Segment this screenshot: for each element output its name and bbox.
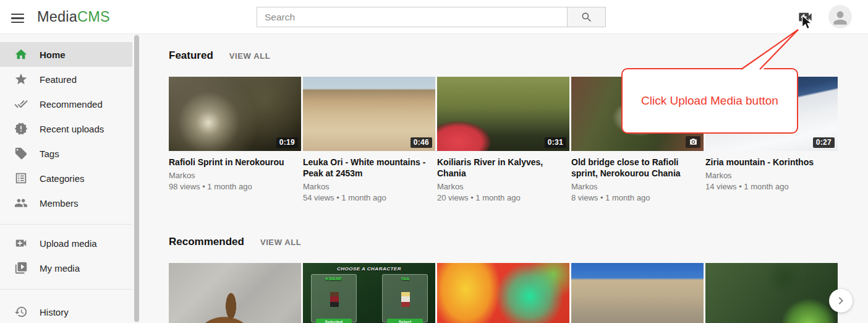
- sidebar-scrollbar-thumb[interactable]: [134, 35, 139, 322]
- section-header: Featured VIEW ALL: [169, 34, 868, 62]
- menu-button[interactable]: [10, 10, 25, 25]
- annotation-tooltip: Click Upload Media button: [621, 68, 798, 134]
- photo-camera-icon: [689, 138, 697, 146]
- chevron-right-icon: [833, 293, 848, 308]
- video-thumbnail[interactable]: CHOOSE A CHARACTER KWAME YAA Selected Se…: [303, 263, 435, 323]
- new-releases-icon: [14, 121, 28, 136]
- media-card: [169, 263, 301, 323]
- sidebar-item-label: History: [40, 307, 69, 317]
- sidebar: Home Featured Recommended Recent uploads…: [0, 34, 140, 323]
- media-title[interactable]: Koiliaris River in Kalyves, Chania: [437, 157, 569, 179]
- sidebar-item-history[interactable]: History: [0, 299, 132, 323]
- media-title[interactable]: Old bridge close to Rafioli sprint, Nero…: [571, 157, 704, 179]
- sidebar-item-label: Home: [40, 50, 66, 60]
- media-meta: 14 views • 1 month ago: [705, 181, 838, 192]
- media-author[interactable]: Markos: [571, 181, 704, 192]
- search-icon: [581, 11, 593, 24]
- person-icon: [830, 8, 850, 28]
- media-card: 0:19 Rafioli Sprint in Nerokourou Markos…: [169, 77, 301, 204]
- thumbnail-overlay-text: Select: [387, 319, 423, 323]
- video-thumbnail[interactable]: 0:46: [303, 77, 435, 151]
- video-thumbnail[interactable]: [437, 263, 569, 323]
- media-title[interactable]: Ziria mountain - Korinthos: [705, 157, 838, 168]
- section-header: Recommended VIEW ALL: [169, 236, 868, 248]
- hamburger-icon: [11, 14, 24, 15]
- media-card: 0:46 Leuka Ori - White mountains - Peak …: [303, 77, 435, 204]
- star-icon: [14, 72, 28, 87]
- upload-media-button[interactable]: [796, 9, 814, 26]
- sidebar-item-home[interactable]: Home: [0, 42, 132, 67]
- media-title[interactable]: Rafioli Sprint in Nerokourou: [169, 157, 301, 168]
- sidebar-item-recent-uploads[interactable]: Recent uploads: [0, 116, 132, 141]
- sidebar-item-recommended[interactable]: Recommended: [0, 92, 132, 116]
- media-card: [437, 263, 569, 323]
- thumbnail-overlay-panel: YAA: [382, 274, 428, 322]
- sidebar-item-label: Upload media: [40, 238, 97, 249]
- user-avatar-button[interactable]: [828, 5, 852, 28]
- media-author[interactable]: Markos: [169, 170, 301, 181]
- media-meta: 20 views • 1 month ago: [437, 192, 569, 204]
- duration-badge: 0:19: [276, 137, 298, 148]
- search-input[interactable]: [257, 7, 568, 27]
- top-bar: MediaCMS: [0, 0, 868, 34]
- people-icon: [14, 196, 28, 210]
- sidebar-item-featured[interactable]: Featured: [0, 67, 132, 92]
- search-button[interactable]: [567, 7, 606, 27]
- view-all-link[interactable]: VIEW ALL: [260, 238, 301, 247]
- media-author[interactable]: Markos: [705, 170, 838, 181]
- home-icon: [14, 47, 28, 62]
- thumbnail-overlay-text: YAA: [383, 277, 427, 281]
- done-all-icon: [14, 97, 28, 111]
- sidebar-item-my-media[interactable]: My media: [0, 256, 132, 280]
- media-card: 0:31 Koiliaris River in Kalyves, Chania …: [437, 77, 569, 204]
- sidebar-item-label: Tags: [40, 149, 59, 159]
- game-character-sprite: [401, 292, 410, 307]
- carousel-next-button[interactable]: [829, 289, 853, 312]
- recommended-section: Recommended VIEW ALL CHOOSE A CHARACTER …: [169, 236, 868, 323]
- video-thumbnail[interactable]: 0:19: [169, 77, 301, 151]
- media-meta: 54 views • 1 month ago: [303, 192, 435, 204]
- thumbnail-overlay-text: KWAME: [312, 277, 356, 281]
- media-card: [705, 263, 838, 323]
- list-alt-icon: [14, 171, 28, 186]
- media-card-row: CHOOSE A CHARACTER KWAME YAA Selected Se…: [169, 263, 868, 323]
- sidebar-item-label: Recent uploads: [40, 124, 104, 134]
- media-title[interactable]: Leuka Ori - White mountains - Peak at 24…: [303, 157, 435, 179]
- media-author[interactable]: Markos: [303, 181, 435, 192]
- sidebar-item-upload-media[interactable]: Upload media: [0, 231, 132, 256]
- media-card: CHOOSE A CHARACTER KWAME YAA Selected Se…: [303, 263, 435, 323]
- sidebar-item-tags[interactable]: Tags: [0, 141, 132, 166]
- sidebar-item-label: Recommended: [40, 99, 103, 110]
- sidebar-item-label: Categories: [40, 173, 85, 184]
- view-all-link[interactable]: VIEW ALL: [229, 51, 270, 61]
- thumbnail-overlay-text: CHOOSE A CHARACTER: [303, 266, 435, 272]
- video-thumbnail[interactable]: [169, 263, 301, 323]
- media-author[interactable]: Markos: [437, 181, 569, 192]
- app-logo[interactable]: MediaCMS: [37, 0, 110, 34]
- sidebar-item-categories[interactable]: Categories: [0, 166, 132, 191]
- video-thumbnail[interactable]: 0:31: [437, 77, 569, 151]
- sidebar-item-members[interactable]: Members: [0, 191, 132, 215]
- section-title: Recommended: [169, 236, 244, 248]
- logo-cms-text: CMS: [77, 9, 110, 25]
- thumbnail-overlay-panel: KWAME: [311, 274, 357, 322]
- thumbnail-overlay-text: Selected: [316, 319, 352, 323]
- media-meta: 8 views • 1 month ago: [571, 192, 704, 204]
- history-icon: [14, 304, 28, 319]
- sidebar-item-label: My media: [40, 263, 80, 273]
- video-thumbnail[interactable]: [571, 263, 704, 323]
- duration-badge: 0:46: [411, 137, 432, 148]
- duration-badge: 0:31: [545, 137, 566, 148]
- search-bar: [257, 7, 606, 27]
- annotation-text: Click Upload Media button: [641, 94, 778, 108]
- section-title: Featured: [169, 50, 213, 62]
- media-card: [571, 263, 704, 323]
- video-call-icon: [797, 9, 814, 25]
- image-badge: [686, 136, 700, 148]
- tag-icon: [14, 146, 28, 161]
- game-character-sprite: [330, 292, 339, 307]
- media-meta: 98 views • 1 month ago: [169, 181, 301, 192]
- video-call-icon: [14, 236, 28, 251]
- video-thumbnail[interactable]: [705, 263, 838, 323]
- logo-media-text: Media: [37, 9, 77, 25]
